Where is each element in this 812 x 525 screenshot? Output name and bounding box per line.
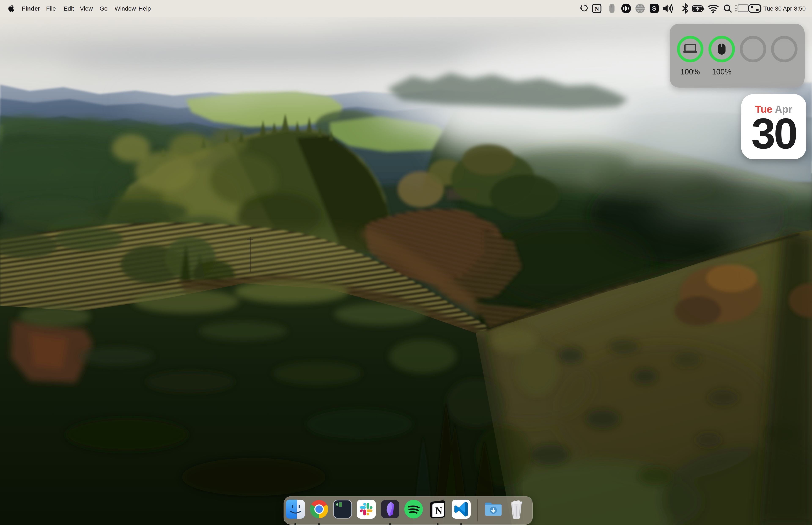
- svg-text:N: N: [435, 505, 442, 516]
- svg-text:Tue 30 Apr: Tue 30 Apr: [763, 5, 792, 12]
- svg-text:$: $: [335, 502, 338, 508]
- svg-text:S: S: [652, 5, 656, 12]
- svg-text:N: N: [594, 5, 599, 12]
